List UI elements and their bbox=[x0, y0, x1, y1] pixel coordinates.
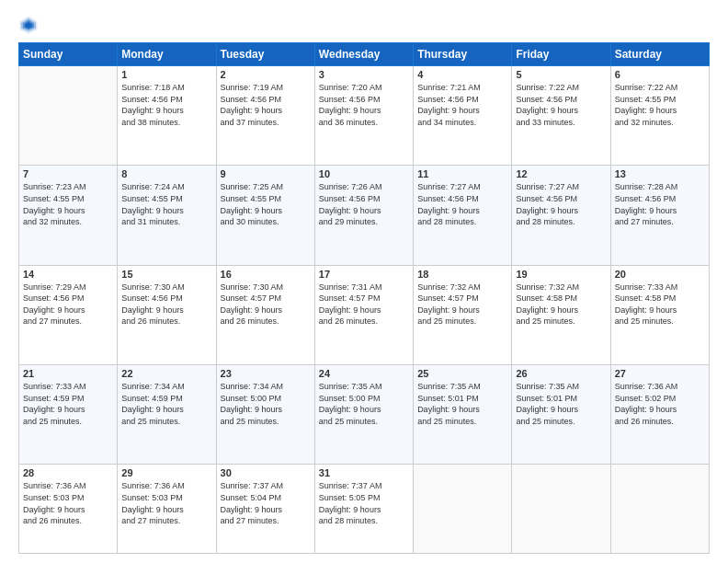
day-number: 9 bbox=[221, 168, 311, 179]
calendar-cell: 16Sunrise: 7:30 AM Sunset: 4:57 PM Dayli… bbox=[216, 265, 314, 364]
day-header-monday: Monday bbox=[118, 43, 216, 66]
day-info: Sunrise: 7:32 AM Sunset: 4:58 PM Dayligh… bbox=[516, 282, 606, 327]
day-info: Sunrise: 7:25 AM Sunset: 4:55 PM Dayligh… bbox=[221, 181, 311, 227]
calendar-header-row: SundayMondayTuesdayWednesdayThursdayFrid… bbox=[19, 43, 710, 66]
calendar-cell: 18Sunrise: 7:32 AM Sunset: 4:57 PM Dayli… bbox=[414, 265, 512, 364]
calendar-week-row: 1Sunrise: 7:18 AM Sunset: 4:56 PM Daylig… bbox=[19, 66, 710, 166]
day-number: 7 bbox=[23, 168, 113, 179]
day-info: Sunrise: 7:30 AM Sunset: 4:56 PM Dayligh… bbox=[121, 282, 211, 327]
day-number: 17 bbox=[319, 269, 409, 280]
day-info: Sunrise: 7:20 AM Sunset: 4:56 PM Dayligh… bbox=[319, 82, 409, 128]
calendar-cell bbox=[414, 465, 512, 554]
day-number: 1 bbox=[121, 69, 211, 80]
day-number: 5 bbox=[516, 69, 606, 80]
day-info: Sunrise: 7:34 AM Sunset: 4:59 PM Dayligh… bbox=[121, 381, 211, 427]
calendar-week-row: 14Sunrise: 7:29 AM Sunset: 4:56 PM Dayli… bbox=[19, 265, 710, 364]
day-number: 15 bbox=[121, 269, 211, 280]
calendar-cell: 28Sunrise: 7:36 AM Sunset: 5:03 PM Dayli… bbox=[19, 465, 118, 554]
day-number: 30 bbox=[221, 467, 311, 478]
day-number: 25 bbox=[417, 368, 507, 379]
day-info: Sunrise: 7:23 AM Sunset: 4:55 PM Dayligh… bbox=[23, 181, 113, 227]
day-info: Sunrise: 7:22 AM Sunset: 4:55 PM Dayligh… bbox=[615, 82, 705, 128]
day-info: Sunrise: 7:28 AM Sunset: 4:56 PM Dayligh… bbox=[615, 181, 705, 227]
day-number: 14 bbox=[23, 269, 113, 280]
day-number: 31 bbox=[319, 467, 409, 478]
day-number: 24 bbox=[319, 368, 409, 379]
day-number: 22 bbox=[121, 368, 211, 379]
logo-icon bbox=[18, 15, 39, 35]
calendar-cell: 19Sunrise: 7:32 AM Sunset: 4:58 PM Dayli… bbox=[512, 265, 610, 364]
day-info: Sunrise: 7:24 AM Sunset: 4:55 PM Dayligh… bbox=[121, 181, 211, 227]
calendar-cell: 30Sunrise: 7:37 AM Sunset: 5:04 PM Dayli… bbox=[216, 465, 314, 554]
calendar-week-row: 21Sunrise: 7:33 AM Sunset: 4:59 PM Dayli… bbox=[19, 364, 710, 464]
day-number: 21 bbox=[23, 368, 113, 379]
day-number: 26 bbox=[516, 368, 606, 379]
day-number: 20 bbox=[615, 269, 705, 280]
calendar-cell: 4Sunrise: 7:21 AM Sunset: 4:56 PM Daylig… bbox=[414, 66, 512, 166]
day-info: Sunrise: 7:36 AM Sunset: 5:03 PM Dayligh… bbox=[121, 480, 211, 526]
day-info: Sunrise: 7:26 AM Sunset: 4:56 PM Dayligh… bbox=[319, 181, 409, 227]
day-number: 13 bbox=[615, 168, 705, 179]
day-info: Sunrise: 7:19 AM Sunset: 4:56 PM Dayligh… bbox=[221, 82, 311, 128]
day-info: Sunrise: 7:35 AM Sunset: 5:00 PM Dayligh… bbox=[319, 381, 409, 427]
calendar-cell: 22Sunrise: 7:34 AM Sunset: 4:59 PM Dayli… bbox=[118, 364, 216, 464]
day-number: 27 bbox=[615, 368, 705, 379]
calendar-cell: 9Sunrise: 7:25 AM Sunset: 4:55 PM Daylig… bbox=[216, 166, 314, 265]
calendar-cell: 3Sunrise: 7:20 AM Sunset: 4:56 PM Daylig… bbox=[314, 66, 413, 166]
calendar-cell: 2Sunrise: 7:19 AM Sunset: 4:56 PM Daylig… bbox=[216, 66, 314, 166]
calendar-cell: 8Sunrise: 7:24 AM Sunset: 4:55 PM Daylig… bbox=[118, 166, 216, 265]
day-number: 6 bbox=[615, 69, 705, 80]
calendar-cell: 23Sunrise: 7:34 AM Sunset: 5:00 PM Dayli… bbox=[216, 364, 314, 464]
day-info: Sunrise: 7:31 AM Sunset: 4:57 PM Dayligh… bbox=[319, 282, 409, 327]
calendar-cell: 15Sunrise: 7:30 AM Sunset: 4:56 PM Dayli… bbox=[118, 265, 216, 364]
day-info: Sunrise: 7:35 AM Sunset: 5:01 PM Dayligh… bbox=[417, 381, 507, 427]
day-number: 23 bbox=[221, 368, 311, 379]
day-header-wednesday: Wednesday bbox=[314, 43, 413, 66]
calendar-cell: 24Sunrise: 7:35 AM Sunset: 5:00 PM Dayli… bbox=[314, 364, 413, 464]
calendar-cell: 31Sunrise: 7:37 AM Sunset: 5:05 PM Dayli… bbox=[314, 465, 413, 554]
day-number: 4 bbox=[417, 69, 507, 80]
day-info: Sunrise: 7:33 AM Sunset: 4:58 PM Dayligh… bbox=[615, 282, 705, 327]
day-header-thursday: Thursday bbox=[414, 43, 512, 66]
day-number: 16 bbox=[221, 269, 311, 280]
calendar-cell: 10Sunrise: 7:26 AM Sunset: 4:56 PM Dayli… bbox=[314, 166, 413, 265]
day-number: 28 bbox=[23, 467, 113, 478]
calendar-cell bbox=[512, 465, 610, 554]
day-header-friday: Friday bbox=[512, 43, 610, 66]
day-info: Sunrise: 7:30 AM Sunset: 4:57 PM Dayligh… bbox=[221, 282, 311, 327]
calendar-cell bbox=[19, 66, 118, 166]
calendar-cell: 1Sunrise: 7:18 AM Sunset: 4:56 PM Daylig… bbox=[118, 66, 216, 166]
calendar-cell bbox=[610, 465, 709, 554]
day-header-sunday: Sunday bbox=[19, 43, 118, 66]
calendar-cell: 27Sunrise: 7:36 AM Sunset: 5:02 PM Dayli… bbox=[610, 364, 709, 464]
header bbox=[18, 15, 710, 35]
day-info: Sunrise: 7:34 AM Sunset: 5:00 PM Dayligh… bbox=[221, 381, 311, 427]
day-number: 11 bbox=[417, 168, 507, 179]
logo bbox=[18, 15, 42, 35]
day-info: Sunrise: 7:32 AM Sunset: 4:57 PM Dayligh… bbox=[417, 282, 507, 327]
day-info: Sunrise: 7:22 AM Sunset: 4:56 PM Dayligh… bbox=[516, 82, 606, 128]
day-number: 8 bbox=[121, 168, 211, 179]
day-info: Sunrise: 7:37 AM Sunset: 5:04 PM Dayligh… bbox=[221, 480, 311, 526]
calendar-cell: 21Sunrise: 7:33 AM Sunset: 4:59 PM Dayli… bbox=[19, 364, 118, 464]
calendar-week-row: 28Sunrise: 7:36 AM Sunset: 5:03 PM Dayli… bbox=[19, 465, 710, 554]
calendar-cell: 26Sunrise: 7:35 AM Sunset: 5:01 PM Dayli… bbox=[512, 364, 610, 464]
calendar-cell: 29Sunrise: 7:36 AM Sunset: 5:03 PM Dayli… bbox=[118, 465, 216, 554]
calendar-cell: 13Sunrise: 7:28 AM Sunset: 4:56 PM Dayli… bbox=[610, 166, 709, 265]
day-info: Sunrise: 7:27 AM Sunset: 4:56 PM Dayligh… bbox=[417, 181, 507, 227]
calendar-table: SundayMondayTuesdayWednesdayThursdayFrid… bbox=[18, 42, 710, 554]
day-info: Sunrise: 7:33 AM Sunset: 4:59 PM Dayligh… bbox=[23, 381, 113, 427]
day-header-tuesday: Tuesday bbox=[216, 43, 314, 66]
day-info: Sunrise: 7:21 AM Sunset: 4:56 PM Dayligh… bbox=[417, 82, 507, 128]
day-header-saturday: Saturday bbox=[610, 43, 709, 66]
calendar-cell: 14Sunrise: 7:29 AM Sunset: 4:56 PM Dayli… bbox=[19, 265, 118, 364]
day-info: Sunrise: 7:27 AM Sunset: 4:56 PM Dayligh… bbox=[516, 181, 606, 227]
day-info: Sunrise: 7:35 AM Sunset: 5:01 PM Dayligh… bbox=[516, 381, 606, 427]
calendar-cell: 12Sunrise: 7:27 AM Sunset: 4:56 PM Dayli… bbox=[512, 166, 610, 265]
day-number: 12 bbox=[516, 168, 606, 179]
day-info: Sunrise: 7:29 AM Sunset: 4:56 PM Dayligh… bbox=[23, 282, 113, 327]
day-info: Sunrise: 7:36 AM Sunset: 5:03 PM Dayligh… bbox=[23, 480, 113, 526]
calendar-cell: 7Sunrise: 7:23 AM Sunset: 4:55 PM Daylig… bbox=[19, 166, 118, 265]
calendar-week-row: 7Sunrise: 7:23 AM Sunset: 4:55 PM Daylig… bbox=[19, 166, 710, 265]
calendar-cell: 11Sunrise: 7:27 AM Sunset: 4:56 PM Dayli… bbox=[414, 166, 512, 265]
